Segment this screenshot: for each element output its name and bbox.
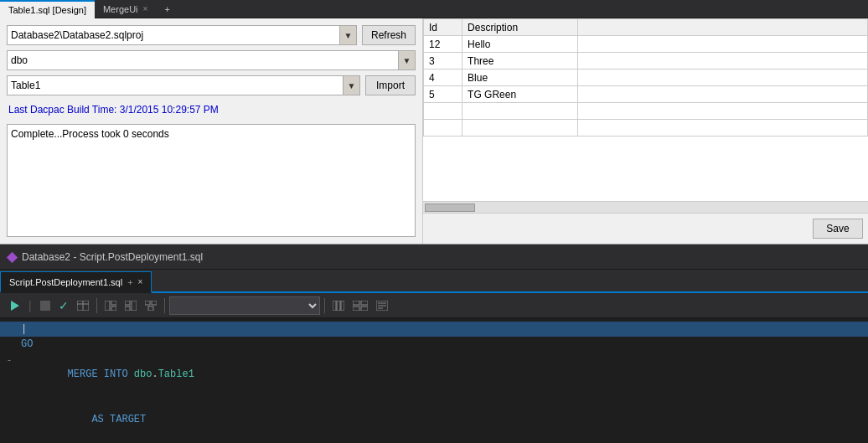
toolbar-btn2[interactable] xyxy=(74,299,92,312)
grid-row-0[interactable]: 12Hello xyxy=(424,36,868,53)
horizontal-scrollbar[interactable] xyxy=(423,201,868,213)
project-dropdown-container: Database2\Database2.sqlproj ▼ xyxy=(7,25,357,45)
line-gutter-merge: - xyxy=(3,352,16,368)
tab-mergeui[interactable]: MergeUi × xyxy=(95,0,156,18)
toolbar-btn7[interactable] xyxy=(349,299,371,312)
window-tabbar: Table1.sql [Design] MergeUi × + xyxy=(0,0,868,18)
toolbar-btn8[interactable] xyxy=(373,299,391,312)
line-content-go: GO xyxy=(18,337,33,352)
toolbar-btn4[interactable] xyxy=(121,299,140,312)
tab-label-mergeui: MergeUi xyxy=(103,4,138,14)
code-line-as: AS TARGET xyxy=(0,397,868,442)
schema-dropdown-container: dbo ▼ xyxy=(7,50,416,70)
code-editor[interactable]: | GO - MERGE INTO dbo.Table1 AS TARGET xyxy=(0,318,868,443)
stop-icon xyxy=(40,301,50,311)
svg-rect-15 xyxy=(337,301,340,311)
table-row: Table1 ▼ Import xyxy=(7,75,416,95)
svg-rect-10 xyxy=(132,301,137,311)
toolbar-sep2 xyxy=(164,298,165,313)
project-dropdown-arrow[interactable]: ▼ xyxy=(340,25,357,45)
grid-cell-id-0: 12 xyxy=(424,36,462,53)
grid-cell-id-4 xyxy=(424,103,462,120)
svg-marker-0 xyxy=(11,301,19,311)
play-icon xyxy=(8,300,20,312)
run-button[interactable] xyxy=(5,298,23,313)
svg-rect-11 xyxy=(145,301,150,305)
grid-row-5[interactable] xyxy=(424,120,868,137)
editor-title-text: Database2 - Script.PostDeployment1.sql xyxy=(22,251,203,263)
grid-cell-desc-1: Three xyxy=(462,53,578,70)
grid-cell-extra-3 xyxy=(578,86,868,103)
table-dropdown[interactable]: Table1 xyxy=(7,75,344,95)
schema-dropdown[interactable]: dbo xyxy=(7,50,399,70)
tab-add-window[interactable]: + xyxy=(156,0,178,18)
check-button[interactable]: ✓ xyxy=(55,297,72,314)
line-content-merge: MERGE INTO dbo.Table1 xyxy=(16,352,194,397)
layout-icon xyxy=(105,301,116,311)
output-text: Complete...Process took 0 seconds xyxy=(11,128,169,140)
line-content-as: AS TARGET xyxy=(16,397,146,442)
svg-rect-16 xyxy=(341,301,344,311)
grid-cell-desc-5 xyxy=(462,120,578,137)
collapse-merge[interactable]: - xyxy=(7,356,12,365)
svg-rect-18 xyxy=(361,301,368,305)
grid-icon xyxy=(353,301,368,311)
toolbar-connection-dropdown[interactable] xyxy=(169,296,320,315)
svg-rect-17 xyxy=(353,301,359,305)
build-time-label: Last Dacpac Build Time: 3/1/2015 10:29:5… xyxy=(7,100,416,119)
code-line-1: | xyxy=(0,322,868,337)
tab-close-script[interactable]: × xyxy=(138,277,143,286)
grid-bottom-bar: Save xyxy=(423,213,868,244)
svg-rect-1 xyxy=(40,301,50,311)
split-icon xyxy=(125,301,137,311)
grid-cell-extra-4 xyxy=(578,103,868,120)
svg-rect-5 xyxy=(105,301,110,311)
grid-cell-id-3: 5 xyxy=(424,86,462,103)
tab-add-icon2: + xyxy=(127,277,132,287)
line-gutter-as xyxy=(3,397,16,398)
grid-row-3[interactable]: 5TG GReen xyxy=(424,86,868,103)
tab-add-icon: + xyxy=(164,4,169,14)
table-icon xyxy=(77,301,89,311)
output-box: Complete...Process took 0 seconds xyxy=(7,124,416,237)
schema-dropdown-arrow[interactable]: ▼ xyxy=(399,50,416,70)
hscroll-thumb[interactable] xyxy=(425,203,475,212)
grid-cell-id-5 xyxy=(424,120,462,137)
grid-row-4[interactable] xyxy=(424,103,868,120)
stop-button[interactable] xyxy=(37,299,54,312)
grid-cell-id-1: 3 xyxy=(424,53,462,70)
table-dropdown-arrow[interactable]: ▼ xyxy=(344,75,360,95)
svg-rect-13 xyxy=(148,306,153,311)
col-header-desc: Description xyxy=(462,19,578,36)
tab-close-mergeui[interactable]: × xyxy=(143,4,148,13)
left-panel: Database2\Database2.sqlproj ▼ Refresh db… xyxy=(0,18,423,244)
toolbar-sep3 xyxy=(324,298,325,313)
save-button[interactable]: Save xyxy=(813,219,863,239)
col-header-empty xyxy=(578,19,868,36)
svg-rect-9 xyxy=(125,306,130,311)
toolbar-sep1 xyxy=(96,298,97,313)
refresh-button[interactable]: Refresh xyxy=(362,25,416,45)
project-dropdown[interactable]: Database2\Database2.sqlproj xyxy=(7,25,340,45)
col-header-id: Id xyxy=(424,19,462,36)
grid-cell-extra-2 xyxy=(578,70,868,86)
columns-icon xyxy=(333,301,344,311)
bottom-panel: ◆ Database2 - Script.PostDeployment1.sql… xyxy=(0,245,868,443)
tab-table1sql[interactable]: Table1.sql [Design] xyxy=(0,0,95,18)
toolbar-btn5[interactable] xyxy=(142,299,160,312)
code-line-go: GO xyxy=(0,337,868,352)
grid-row-1[interactable]: 3Three xyxy=(424,53,868,70)
svg-rect-7 xyxy=(111,306,116,311)
svg-rect-8 xyxy=(125,301,130,305)
toolbar-btn3[interactable] xyxy=(101,299,120,312)
editor-toolbar: | ✓ xyxy=(0,293,868,318)
report-icon xyxy=(376,301,388,311)
grid-row-2[interactable]: 4Blue xyxy=(424,70,868,86)
toolbar-btn6[interactable] xyxy=(329,299,348,312)
editor-tab-script[interactable]: Script.PostDeployment1.sql + × xyxy=(0,271,152,293)
grid-scroll[interactable]: Id Description 12Hello3Three4Blue5TG GRe… xyxy=(423,18,868,201)
import-button[interactable]: Import xyxy=(365,75,416,95)
tab-label-table1sql: Table1.sql [Design] xyxy=(8,5,86,15)
data-grid: Id Description 12Hello3Three4Blue5TG GRe… xyxy=(423,18,868,137)
grid-cell-desc-0: Hello xyxy=(462,36,578,53)
